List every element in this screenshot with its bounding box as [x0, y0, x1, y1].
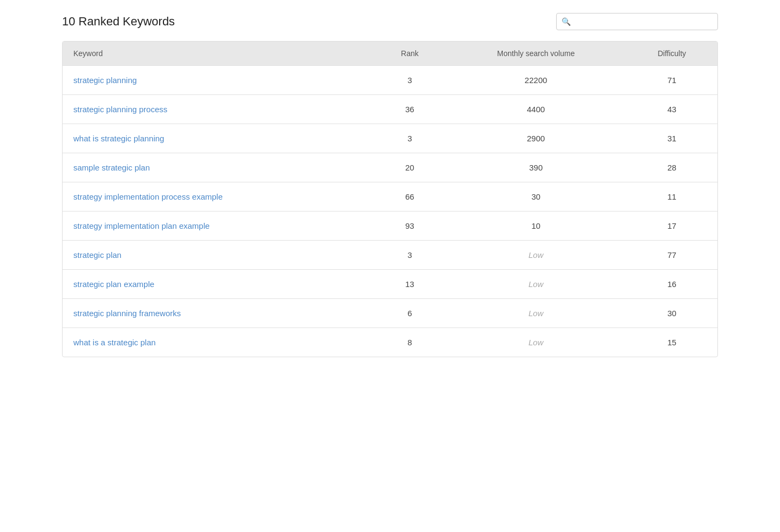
volume-cell: 2900 [446, 124, 626, 153]
keywords-table: Keyword Rank Monthly search volume Diffi… [63, 42, 717, 357]
volume-cell: 390 [446, 153, 626, 182]
difficulty-cell: 71 [626, 66, 717, 95]
volume-cell: 22200 [446, 66, 626, 95]
difficulty-cell: 31 [626, 124, 717, 153]
difficulty-cell: 15 [626, 328, 717, 357]
rank-cell: 3 [374, 124, 445, 153]
search-icon: 🔍 [562, 17, 571, 26]
rank-cell: 3 [374, 66, 445, 95]
keyword-cell[interactable]: strategic planning [63, 66, 374, 95]
keyword-cell[interactable]: strategic planning process [63, 95, 374, 124]
keyword-cell[interactable]: strategy implementation plan example [63, 212, 374, 241]
page-container: 10 Ranked Keywords 🔍 Keyword Rank Monthl… [45, 0, 735, 370]
table-row: strategy implementation process example6… [63, 182, 717, 212]
difficulty-cell: 17 [626, 212, 717, 241]
rank-cell: 3 [374, 241, 445, 270]
table-row: strategic planning process36440043 [63, 95, 717, 124]
difficulty-cell: 77 [626, 241, 717, 270]
rank-cell: 6 [374, 299, 445, 328]
volume-cell: Low [446, 241, 626, 270]
keyword-cell[interactable]: strategic planning frameworks [63, 299, 374, 328]
difficulty-cell: 43 [626, 95, 717, 124]
table-row: strategic planning32220071 [63, 66, 717, 95]
difficulty-cell: 16 [626, 270, 717, 299]
difficulty-cell: 11 [626, 182, 717, 212]
keyword-cell[interactable]: strategic plan [63, 241, 374, 270]
col-header-difficulty: Difficulty [626, 42, 717, 66]
search-wrapper: 🔍 [556, 13, 718, 30]
table-row: strategy implementation plan example9310… [63, 212, 717, 241]
col-header-keyword: Keyword [63, 42, 374, 66]
difficulty-cell: 30 [626, 299, 717, 328]
volume-cell: 30 [446, 182, 626, 212]
keyword-cell[interactable]: what is a strategic plan [63, 328, 374, 357]
table-row: what is a strategic plan8Low15 [63, 328, 717, 357]
page-title: 10 Ranked Keywords [62, 15, 175, 29]
table-header: Keyword Rank Monthly search volume Diffi… [63, 42, 717, 66]
rank-cell: 66 [374, 182, 445, 212]
table-body: strategic planning32220071strategic plan… [63, 66, 717, 357]
keyword-cell[interactable]: strategic plan example [63, 270, 374, 299]
table-row: strategic plan example13Low16 [63, 270, 717, 299]
rank-cell: 36 [374, 95, 445, 124]
keywords-table-container: Keyword Rank Monthly search volume Diffi… [62, 41, 718, 357]
rank-cell: 8 [374, 328, 445, 357]
volume-cell: 4400 [446, 95, 626, 124]
table-row: strategic plan3Low77 [63, 241, 717, 270]
volume-cell: 10 [446, 212, 626, 241]
header-row: 10 Ranked Keywords 🔍 [62, 13, 718, 30]
keyword-cell[interactable]: strategy implementation process example [63, 182, 374, 212]
keyword-cell[interactable]: sample strategic plan [63, 153, 374, 182]
col-header-rank: Rank [374, 42, 445, 66]
rank-cell: 20 [374, 153, 445, 182]
volume-cell: Low [446, 328, 626, 357]
table-row: what is strategic planning3290031 [63, 124, 717, 153]
rank-cell: 13 [374, 270, 445, 299]
table-row: strategic planning frameworks6Low30 [63, 299, 717, 328]
difficulty-cell: 28 [626, 153, 717, 182]
header-row: Keyword Rank Monthly search volume Diffi… [63, 42, 717, 66]
col-header-volume: Monthly search volume [446, 42, 626, 66]
volume-cell: Low [446, 270, 626, 299]
search-input[interactable] [556, 13, 718, 30]
volume-cell: Low [446, 299, 626, 328]
table-row: sample strategic plan2039028 [63, 153, 717, 182]
rank-cell: 93 [374, 212, 445, 241]
keyword-cell[interactable]: what is strategic planning [63, 124, 374, 153]
